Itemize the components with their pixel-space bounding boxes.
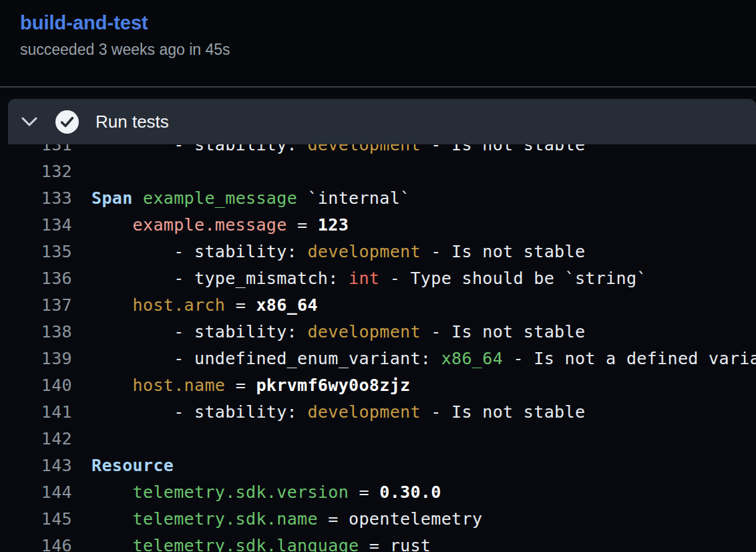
log-line: 138 - stability: development - Is not st…: [0, 318, 756, 345]
line-content: - stability: development - Is not stable: [72, 322, 585, 341]
line-content: - undefined_enum_variant: x86_64 - Is no…: [72, 349, 756, 368]
line-number[interactable]: 136: [0, 269, 72, 288]
line-number[interactable]: 142: [0, 429, 72, 448]
log-line: 134 example.message = 123: [0, 211, 756, 238]
log-line: 146 telemetry.sdk.language = rust: [0, 532, 756, 552]
line-content: - type_mismatch: int - Type should be `s…: [72, 269, 647, 288]
chevron-down-icon[interactable]: [21, 116, 37, 127]
line-content: Span example_message `internal`: [72, 188, 410, 208]
line-number[interactable]: 141: [0, 402, 72, 422]
line-number[interactable]: 145: [0, 509, 72, 529]
line-content: - stability: development - Is not stable: [72, 242, 585, 261]
line-content: telemetry.sdk.language = rust: [72, 536, 431, 552]
job-name-link[interactable]: build-and-test: [20, 11, 148, 35]
job-header: build-and-test succeeded 3 weeks ago in …: [0, 0, 756, 86]
line-number[interactable]: 138: [0, 322, 72, 341]
log-line: 141 - stability: development - Is not st…: [0, 398, 756, 425]
log-line: 133Span example_message `internal`: [0, 184, 756, 211]
line-number[interactable]: 143: [0, 456, 72, 475]
step-header[interactable]: Run tests: [8, 99, 756, 144]
log-line: 142: [0, 425, 756, 452]
line-number[interactable]: 140: [0, 376, 72, 395]
line-content: - stability: development - Is not stable: [72, 402, 585, 422]
line-content: telemetry.sdk.version = 0.30.0: [72, 482, 441, 502]
line-number[interactable]: 132: [0, 162, 72, 181]
log-lines: 131 - stability: development - Is not st…: [0, 88, 756, 552]
line-number[interactable]: 144: [0, 482, 72, 502]
log-line: 140 host.name = pkrvmf6wy0o8zjz: [0, 372, 756, 398]
line-number[interactable]: 139: [0, 349, 72, 368]
log-line: 145 telemetry.sdk.name = opentelemetry: [0, 505, 756, 532]
line-number[interactable]: 134: [0, 215, 72, 235]
line-content: example.message = 123: [72, 215, 349, 235]
line-number[interactable]: 137: [0, 295, 72, 315]
log-line: 143Resource: [0, 452, 756, 478]
line-content: host.arch = x86_64: [72, 295, 318, 315]
line-content: Resource: [72, 456, 174, 475]
log-line: 136 - type_mismatch: int - Type should b…: [0, 265, 756, 291]
log-line: 135 - stability: development - Is not st…: [0, 238, 756, 265]
log-line: 139 - undefined_enum_variant: x86_64 - I…: [0, 345, 756, 372]
line-content: telemetry.sdk.name = opentelemetry: [72, 509, 482, 529]
line-number[interactable]: 133: [0, 188, 72, 208]
log-viewer: Run tests 131 - stability: development -…: [0, 88, 756, 552]
check-circle-icon: [55, 110, 79, 134]
log-line: 144 telemetry.sdk.version = 0.30.0: [0, 478, 756, 505]
job-status-line: succeeded 3 weeks ago in 45s: [20, 40, 736, 59]
log-line: 132: [0, 158, 756, 184]
log-line: 137 host.arch = x86_64: [0, 291, 756, 318]
line-number[interactable]: 146: [0, 536, 72, 552]
step-title: Run tests: [96, 113, 169, 130]
line-content: host.name = pkrvmf6wy0o8zjz: [72, 376, 410, 395]
line-number[interactable]: 135: [0, 242, 72, 261]
